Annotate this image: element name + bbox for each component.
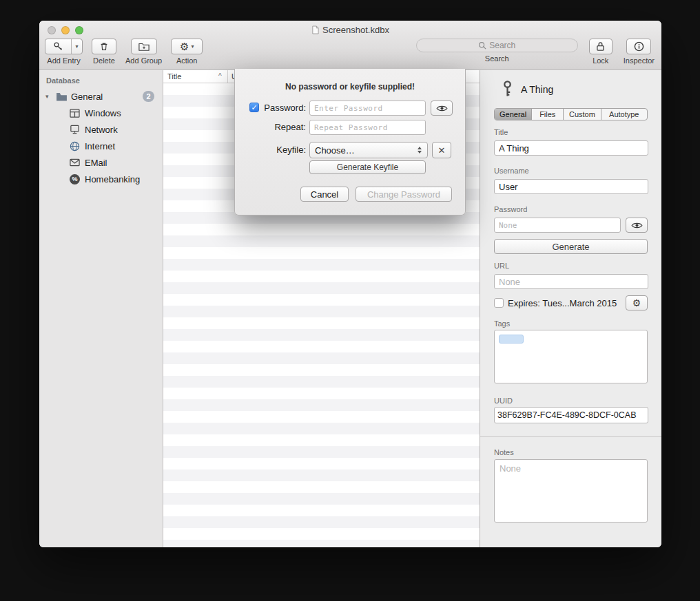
column-header-title[interactable]: Title bbox=[167, 72, 181, 81]
tags-box[interactable] bbox=[494, 330, 648, 383]
add-entry-label: Add Entry bbox=[47, 56, 80, 65]
titlebar-toolbar: Screenshot.kdbx ▾ Add Entry Delete bbox=[39, 21, 661, 70]
envelope-icon bbox=[70, 158, 80, 167]
notes-placeholder: None bbox=[500, 463, 521, 474]
delete-button[interactable] bbox=[92, 39, 116, 54]
password-input[interactable] bbox=[494, 218, 621, 233]
eye-icon bbox=[436, 105, 448, 112]
sidebar-item-label: EMail bbox=[85, 158, 107, 168]
globe-icon bbox=[70, 141, 80, 151]
sidebar: Database ▾ General 2 Windows Networ bbox=[39, 70, 163, 547]
enter-password-input[interactable] bbox=[309, 101, 426, 116]
folder-icon bbox=[56, 92, 68, 101]
repeat-row: Repeat: bbox=[235, 120, 465, 135]
notes-label: Notes bbox=[494, 448, 514, 456]
key-icon bbox=[502, 80, 513, 99]
tab-custom[interactable]: Custom bbox=[564, 109, 601, 120]
tab-general[interactable]: General bbox=[495, 109, 532, 120]
url-input[interactable] bbox=[494, 274, 648, 289]
percent-coin-icon: % bbox=[70, 174, 80, 184]
keyfile-popup-button[interactable]: Choose… bbox=[309, 142, 428, 158]
keyfile-row: Keyfile: Choose… ✕ bbox=[235, 142, 465, 158]
tab-files[interactable]: Files bbox=[532, 109, 564, 120]
generate-keyfile-button[interactable]: Generate Keyfile bbox=[309, 160, 426, 174]
sidebar-item-email[interactable]: EMail bbox=[39, 154, 163, 171]
column-divider[interactable] bbox=[227, 70, 228, 83]
tool-lock: Lock bbox=[589, 39, 612, 65]
add-group-button[interactable] bbox=[131, 39, 157, 54]
sidebar-item-homebanking[interactable]: % Homebanking bbox=[39, 171, 163, 187]
tool-action: ⚙ ▾ Action bbox=[171, 39, 203, 65]
title-input[interactable] bbox=[494, 140, 648, 156]
window-title: Screenshot.kdbx bbox=[322, 25, 389, 35]
tool-delete: Delete bbox=[92, 39, 116, 65]
lock-icon bbox=[596, 41, 605, 52]
tags-label: Tags bbox=[494, 319, 510, 328]
tab-autotype[interactable]: Autotype bbox=[601, 109, 647, 120]
popup-stepper-icon bbox=[414, 147, 425, 154]
password-field-label: Password bbox=[494, 205, 527, 213]
sidebar-item-label: Internet bbox=[85, 141, 115, 151]
sidebar-item-windows[interactable]: Windows bbox=[39, 105, 163, 121]
action-button[interactable]: ⚙ ▾ bbox=[171, 39, 203, 54]
tag-token[interactable] bbox=[499, 335, 524, 344]
inspector-label: Inspector bbox=[624, 56, 655, 65]
search-label: Search bbox=[485, 54, 509, 63]
title-field-label: Title bbox=[494, 128, 508, 136]
expires-checkbox[interactable] bbox=[494, 298, 504, 308]
add-entry-button[interactable]: ▾ bbox=[45, 39, 83, 54]
change-password-button[interactable]: Change Password bbox=[356, 187, 452, 202]
key-plus-icon bbox=[45, 39, 72, 54]
app-window: Screenshot.kdbx ▾ Add Entry Delete bbox=[39, 21, 661, 547]
folder-plus-icon bbox=[138, 42, 150, 51]
chevron-down-icon: ▾ bbox=[191, 43, 194, 50]
lock-label: Lock bbox=[593, 56, 608, 65]
cancel-button[interactable]: Cancel bbox=[300, 187, 349, 202]
password-label: Password: bbox=[235, 103, 306, 113]
chevron-down-icon[interactable]: ▾ bbox=[72, 39, 82, 54]
inspector-panel: A Thing General Files Custom Autotype Ti… bbox=[480, 70, 661, 547]
sidebar-item-internet[interactable]: Internet bbox=[39, 138, 163, 154]
password-row: ✓ Password: bbox=[235, 101, 465, 116]
sidebar-item-label: Network bbox=[85, 125, 118, 135]
username-input[interactable] bbox=[494, 179, 648, 194]
sidebar-item-label: Windows bbox=[85, 108, 121, 118]
lock-button[interactable] bbox=[589, 39, 612, 54]
tool-add-group: Add Group bbox=[125, 39, 162, 65]
keyfile-selected-value: Choose… bbox=[310, 145, 414, 156]
change-password-sheet: No password or keyfile supplied! ✓ Passw… bbox=[234, 69, 466, 215]
gear-icon: ⚙ bbox=[632, 298, 641, 308]
action-label: Action bbox=[176, 56, 198, 65]
search-placeholder: Search bbox=[489, 41, 515, 50]
add-group-label: Add Group bbox=[125, 56, 162, 65]
expires-settings-button[interactable]: ⚙ bbox=[626, 295, 648, 310]
generate-password-button[interactable]: Generate bbox=[494, 239, 648, 254]
reveal-password-button[interactable] bbox=[626, 218, 648, 233]
search-icon bbox=[478, 41, 486, 50]
entry-count-badge: 2 bbox=[143, 91, 154, 102]
username-field-label: Username bbox=[494, 167, 529, 175]
info-icon bbox=[634, 41, 644, 52]
tool-search: Search Search bbox=[416, 39, 578, 63]
trash-icon bbox=[99, 41, 109, 52]
inspector-divider bbox=[480, 436, 661, 437]
sidebar-item-network[interactable]: Network bbox=[39, 121, 163, 138]
inspector-button[interactable] bbox=[626, 39, 651, 54]
repeat-password-input[interactable] bbox=[309, 120, 426, 135]
search-input[interactable]: Search bbox=[416, 39, 578, 52]
tool-inspector: Inspector bbox=[624, 39, 655, 65]
disclosure-triangle-icon[interactable]: ▾ bbox=[45, 93, 52, 100]
reveal-password-button[interactable] bbox=[431, 101, 453, 116]
uuid-input[interactable] bbox=[494, 407, 648, 423]
sidebar-group-label: General bbox=[71, 92, 103, 102]
eye-icon bbox=[631, 222, 643, 229]
notes-box[interactable]: None bbox=[494, 459, 648, 523]
entry-title: A Thing bbox=[521, 84, 553, 95]
network-icon bbox=[70, 125, 80, 134]
keyfile-label: Keyfile: bbox=[235, 145, 306, 155]
delete-label: Delete bbox=[93, 56, 115, 65]
clear-keyfile-button[interactable]: ✕ bbox=[432, 142, 451, 158]
sheet-message: No password or keyfile supplied! bbox=[235, 82, 465, 92]
sidebar-group-general[interactable]: ▾ General 2 bbox=[39, 88, 163, 105]
sidebar-item-label: Homebanking bbox=[85, 174, 140, 184]
